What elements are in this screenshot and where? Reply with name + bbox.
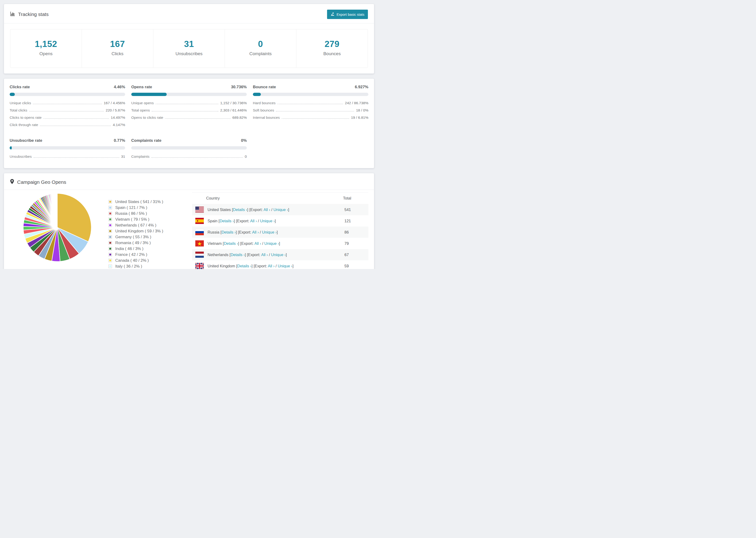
table-row: United States [Details ›] [Export: All ›… — [192, 204, 368, 215]
legend-swatch — [108, 247, 112, 250]
stat-complaints-value: 0 — [225, 39, 296, 49]
legend-label: Netherlands ( 67 / 4% ) — [115, 223, 156, 228]
legend-item: United Kingdom ( 59 / 3% ) — [108, 228, 183, 234]
export-all-link[interactable]: All › — [250, 219, 257, 223]
country-label: Spain [Details ›] [Export: All › / Uniqu… — [207, 219, 276, 223]
export-unique-link[interactable]: Unique › — [274, 207, 288, 212]
dotted-leader — [43, 118, 109, 119]
flag-us-icon — [195, 207, 204, 213]
unsubscribe-rate-progress-fill — [10, 146, 12, 149]
stat-bounces: 279 Bounces — [296, 29, 368, 68]
legend-item: India ( 46 / 3% ) — [108, 246, 183, 252]
rate-row: Unique opens1,152 / 30.736% — [131, 99, 247, 107]
table-row: Russia [Details ›] [Export: All › / Uniq… — [192, 227, 368, 238]
stat-complaints: 0 Complaints — [225, 29, 296, 68]
unsubscribe-rate-value: 0.77% — [114, 138, 125, 143]
country-label: Netherlands [Details ›] [Export: All › /… — [207, 252, 287, 257]
complaints-rate-rows: Complaints0 — [131, 153, 247, 160]
export-all-link[interactable]: All › — [254, 241, 261, 245]
rate-row-label: Clicks to opens rate — [10, 116, 41, 120]
country-label: Russia [Details ›] [Export: All › / Uniq… — [207, 230, 278, 235]
rates-card: Clicks rate 4.46% Unique clicks167 / 4.4… — [4, 79, 374, 168]
export-unique-link[interactable]: Unique › — [264, 241, 279, 245]
stat-opens: 1,152 Opens — [10, 29, 82, 68]
legend-label: Italy ( 36 / 2% ) — [115, 264, 142, 269]
bounce-rate-value: 6.927% — [355, 85, 368, 89]
legend-item: Vietnam ( 79 / 5% ) — [108, 216, 183, 222]
export-unique-link[interactable]: Unique › — [278, 264, 292, 268]
table-row: Netherlands [Details ›] [Export: All › /… — [192, 249, 368, 260]
rate-row-label: Soft bounces — [253, 108, 274, 112]
details-link[interactable]: Details › — [220, 219, 234, 223]
country-total: 59 — [341, 260, 368, 269]
divider — [4, 23, 374, 24]
export-all-link[interactable]: All › — [263, 207, 270, 212]
stat-opens-value: 1,152 — [10, 39, 82, 49]
rate-row-label: Internal bounces — [253, 116, 280, 120]
table-row: Vietnam [Details ›] [Export: All › / Uni… — [192, 238, 368, 249]
stat-clicks-label: Clicks — [82, 51, 153, 56]
bounce-rate-block: Bounce rate 6.927% Hard bounces242 / 86.… — [253, 85, 368, 129]
export-unique-link[interactable]: Unique › — [271, 252, 286, 257]
stat-bounces-value: 279 — [296, 39, 368, 49]
country-label: Vietnam [Details ›] [Export: All › / Uni… — [207, 241, 280, 246]
geo-table-header-total: Total — [341, 192, 368, 204]
stat-clicks: 167 Clicks — [82, 29, 153, 68]
export-icon — [331, 12, 335, 17]
rate-row-label: Total opens — [131, 108, 150, 112]
stat-opens-label: Opens — [10, 51, 82, 56]
export-all-link[interactable]: All › — [252, 230, 259, 234]
rate-row-label: Complaints — [131, 154, 149, 159]
details-link[interactable]: Details › — [237, 264, 252, 268]
legend-item: Spain ( 121 / 7% ) — [108, 205, 183, 211]
details-link[interactable]: Details › — [231, 252, 245, 257]
rate-row-value: 0 — [244, 154, 247, 159]
legend-item: France ( 42 / 2% ) — [108, 252, 183, 257]
rate-row-value: 4.147% — [113, 123, 125, 127]
rate-row-label: Unique opens — [131, 101, 154, 105]
clicks-rate-title: Clicks rate — [10, 85, 30, 89]
rate-row: Hard bounces242 / 86.738% — [253, 99, 368, 107]
stat-bounces-label: Bounces — [296, 51, 368, 56]
rate-row-label: Opens to clicks rate — [131, 116, 163, 120]
export-all-link[interactable]: All › — [261, 252, 268, 257]
rate-row-value: 2,303 / 61.446% — [220, 108, 247, 112]
bounce-rate-progressbar — [253, 93, 368, 96]
rate-row-value: 167 / 4.456% — [104, 101, 125, 105]
dotted-leader — [282, 118, 349, 119]
bounce-rate-title: Bounce rate — [253, 85, 276, 89]
legend-swatch — [108, 259, 112, 262]
rate-row-label: Unsubscribes — [10, 154, 32, 159]
country-total: 79 — [341, 238, 368, 249]
legend-swatch — [108, 200, 112, 203]
country-total: 86 — [341, 227, 368, 238]
legend-label: United Kingdom ( 59 / 3% ) — [115, 229, 163, 234]
legend-item: United States ( 541 / 31% ) — [108, 199, 183, 205]
opens-rate-progress-fill — [131, 93, 167, 96]
dotted-leader — [151, 157, 243, 158]
export-unique-link[interactable]: Unique › — [260, 219, 275, 223]
details-link[interactable]: Details › — [222, 230, 236, 234]
tracking-stats-title-text: Tracking stats — [18, 12, 49, 17]
rate-row-value: 689.82% — [233, 116, 247, 120]
stat-unsubscribes-value: 31 — [153, 39, 225, 49]
opens-rate-rows: Unique opens1,152 / 30.736%Total opens2,… — [131, 99, 247, 121]
rate-row: Opens to clicks rate689.82% — [131, 114, 247, 121]
rate-row-value: 18 / 0% — [356, 108, 368, 112]
rate-row: Total clicks220 / 5.87% — [10, 107, 125, 114]
stat-clicks-value: 167 — [82, 39, 153, 49]
rate-row-value: 242 / 86.738% — [345, 101, 368, 105]
rate-row: Internal bounces19 / 6.81% — [253, 114, 368, 121]
export-all-link[interactable]: All › — [268, 264, 274, 268]
stat-unsubscribes-label: Unsubscribes — [153, 51, 225, 56]
flag-vn-icon — [195, 241, 204, 246]
details-link[interactable]: Details › — [224, 241, 238, 245]
export-basic-stats-button[interactable]: Export basic stats — [327, 10, 368, 19]
pie-slice-other[interactable] — [57, 193, 57, 228]
clicks-rate-value: 4.46% — [114, 85, 125, 89]
clicks-rate-progressbar — [10, 93, 125, 96]
details-link[interactable]: Details › — [233, 207, 247, 212]
country-label: United Kingdom [Details ›] [Export: All … — [207, 264, 294, 268]
complaints-rate-progressbar — [131, 146, 247, 149]
export-unique-link[interactable]: Unique › — [262, 230, 277, 234]
